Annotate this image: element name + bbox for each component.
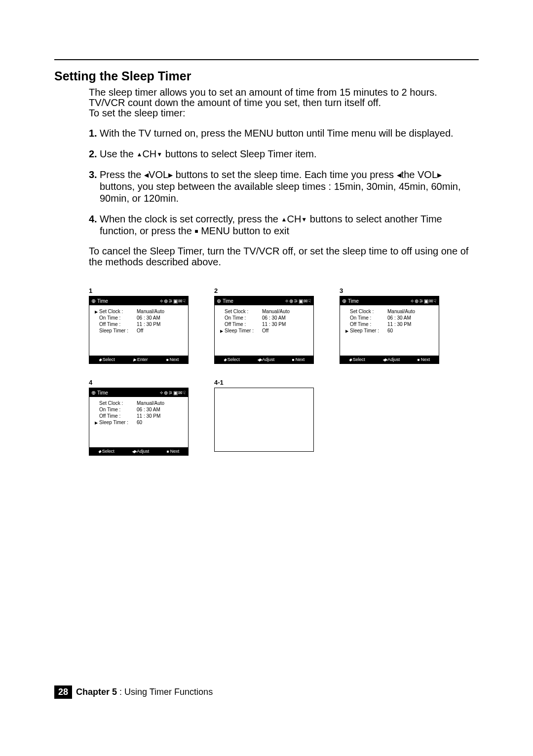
chapter-label: Chapter 5 : Using Timer Functions: [76, 687, 213, 697]
footer-select: Select: [102, 449, 114, 454]
intro-line: TV/VCR count down the amount of time you…: [89, 98, 479, 108]
step-number: 1.: [89, 127, 100, 139]
step-fragment: Use the: [100, 148, 134, 159]
left-arrow-icon: [144, 169, 149, 180]
row-value: 06 : 30 AM: [262, 315, 309, 321]
leftright-icon: [382, 357, 386, 362]
row-label: Set Clock :: [225, 309, 262, 314]
leftright-icon: [132, 449, 136, 454]
osd-title: Time: [223, 298, 233, 304]
chapter-bold: Chapter 5: [76, 687, 117, 697]
osd-panel: Time ✧⊕⚞▣✉☟ Set Clock :Manual/Auto On Ti…: [214, 296, 314, 364]
step-4: 4. When the clock is set correctly, pres…: [89, 213, 479, 237]
step-number: 2.: [89, 148, 100, 160]
row-value: Off: [262, 328, 309, 333]
figures-grid: 1 Time ✧⊕⚞▣✉☟ Set Clock :Manual/Auto On …: [89, 287, 479, 456]
updown-icon: [98, 449, 101, 454]
row-label: On Time :: [225, 315, 262, 321]
right-triangle-icon: [133, 357, 136, 362]
step-fragment: buttons to select Sleep Timer item.: [165, 148, 317, 159]
pointer-icon: [93, 309, 99, 314]
chapter-rest: : Using Timer Functions: [117, 687, 213, 697]
osd-footer: Select Adjust Next: [89, 447, 188, 455]
footer-next: Next: [170, 449, 180, 454]
empty-osd-placeholder: [214, 388, 314, 452]
figure-label: 3: [340, 287, 443, 294]
row-label: On Time :: [99, 407, 137, 412]
osd-title: Time: [97, 298, 108, 304]
clock-icon: [342, 298, 346, 304]
updown-icon: [224, 357, 227, 362]
up-arrow-icon: [281, 214, 287, 224]
up-arrow-icon: [137, 148, 143, 159]
figure-label: 2: [214, 287, 318, 294]
clock-icon: [217, 298, 221, 304]
pointer-icon: [219, 328, 225, 333]
row-value: 60: [137, 420, 184, 425]
top-rule: [54, 59, 479, 60]
stop-icon: [166, 357, 169, 362]
right-arrow-icon: [437, 169, 442, 180]
osd-header-icons: ✧⊕⚞▣✉☟: [159, 298, 186, 304]
row-label: Sleep Timer :: [225, 328, 262, 333]
page-footer: 28 Chapter 5 : Using Timer Functions: [54, 685, 213, 699]
footer-select: Select: [103, 357, 115, 362]
footer-next: Next: [170, 357, 179, 362]
clock-icon: [91, 298, 96, 304]
step-number: 4.: [89, 213, 100, 237]
footer-adjust: Adjust: [262, 357, 274, 362]
section-title: Setting the Sleep Timer: [54, 69, 479, 83]
osd-footer: Select Enter Next: [89, 356, 188, 363]
row-value: 11 : 30 PM: [137, 413, 184, 419]
row-value: 60: [387, 328, 435, 333]
row-value: 11 : 30 PM: [137, 322, 184, 327]
clock-icon: [91, 390, 96, 396]
step-fragment: CH: [142, 148, 156, 159]
row-label: Set Clock :: [99, 309, 137, 314]
row-label: Sleep Timer :: [350, 328, 387, 333]
osd-header-icons: ✧⊕⚞▣✉☟: [159, 390, 186, 396]
footer-select: Select: [353, 357, 365, 362]
row-label: On Time :: [99, 315, 137, 321]
step-fragment: CH: [287, 214, 301, 224]
row-value: Manual/Auto: [137, 309, 184, 314]
osd-header-icons: ✧⊕⚞▣✉☟: [410, 298, 437, 304]
osd-body: Set Clock :Manual/Auto On Time :06 : 30 …: [89, 305, 188, 356]
row-value: Manual/Auto: [387, 309, 435, 314]
row-value: 06 : 30 AM: [137, 407, 184, 412]
row-label: Off Time :: [225, 322, 262, 327]
step-text: When the clock is set correctly, press t…: [100, 213, 479, 237]
osd-body: Set Clock :Manual/Auto On Time :06 : 30 …: [340, 305, 439, 356]
right-arrow-icon: [168, 169, 173, 180]
row-value: 06 : 30 AM: [387, 315, 435, 321]
intro-block: The sleep timer allows you to set an amo…: [89, 87, 479, 118]
step-fragment: VOL: [149, 169, 168, 180]
steps-list: 1. With the TV turned on, press the MENU…: [89, 127, 479, 237]
row-value: 06 : 30 AM: [137, 315, 184, 321]
down-arrow-icon: [301, 214, 307, 224]
down-arrow-icon: [156, 148, 162, 159]
osd-title: Time: [348, 298, 359, 304]
osd-body: Set Clock :Manual/Auto On Time :06 : 30 …: [215, 305, 313, 356]
stop-icon: [292, 357, 295, 362]
figure-1: 1 Time ✧⊕⚞▣✉☟ Set Clock :Manual/Auto On …: [89, 287, 192, 364]
figure-label: 4-1: [214, 379, 318, 386]
step-text: With the TV turned on, press the MENU bu…: [100, 127, 479, 139]
footer-next: Next: [296, 357, 305, 362]
row-label: Off Time :: [99, 322, 137, 327]
osd-footer: Select Adjust Next: [215, 356, 313, 363]
figure-label: 4: [89, 379, 192, 386]
step-fragment: the VOL: [401, 169, 437, 180]
page-number: 28: [54, 685, 72, 699]
leftright-icon: [257, 357, 261, 362]
row-value: 11 : 30 PM: [387, 322, 435, 327]
step-text: Press the VOL buttons to set the sleep t…: [100, 169, 479, 204]
osd-header: Time ✧⊕⚞▣✉☟: [215, 296, 313, 305]
step-3: 3. Press the VOL buttons to set the slee…: [89, 169, 479, 204]
figure-4-1: 4-1: [214, 379, 318, 456]
step-fragment: buttons, you step between the available …: [100, 181, 461, 204]
left-arrow-icon: [397, 169, 401, 180]
row-label: Sleep Timer :: [99, 420, 137, 425]
step-fragment: Press the: [100, 169, 141, 180]
row-value: Manual/Auto: [137, 400, 184, 406]
